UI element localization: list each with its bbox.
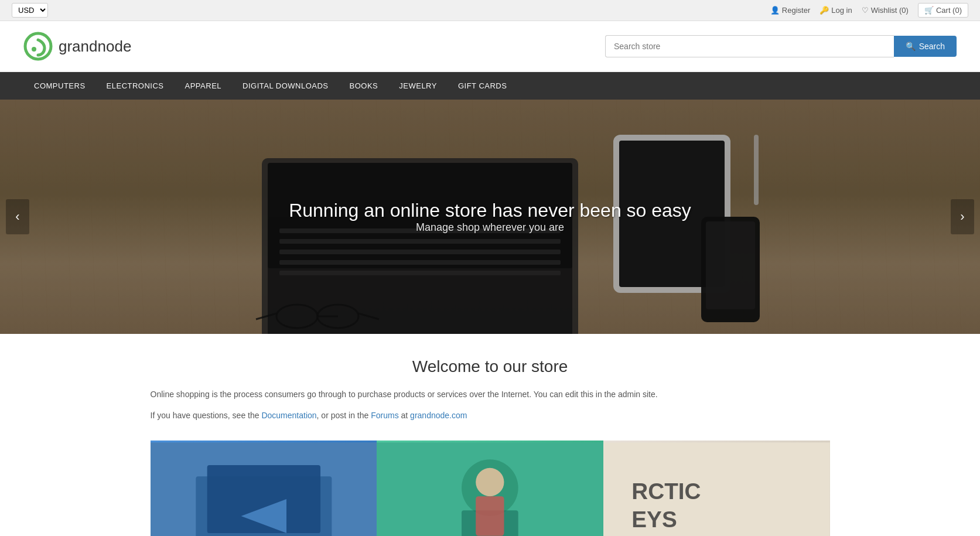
- hero-prev-button[interactable]: ‹: [6, 199, 29, 234]
- welcome-title: Welcome to our store: [151, 357, 830, 376]
- nav-link-books[interactable]: BOOKS: [339, 72, 389, 100]
- product-tiles: RCTIC EYS: [151, 441, 830, 536]
- nav-list: COMPUTERS ELECTRONICS APPAREL DIGITAL DO…: [23, 72, 957, 100]
- tile-3-image: RCTIC EYS: [603, 441, 830, 536]
- search-icon: 🔍: [906, 42, 916, 51]
- hero-text-area: Running an online store has never been s…: [0, 100, 980, 334]
- tile-2-image: [377, 441, 603, 536]
- product-tile-2[interactable]: [377, 441, 603, 536]
- logo-icon: [23, 32, 53, 61]
- nav-item-apparel: APPAREL: [175, 72, 233, 100]
- welcome-body-text: Online shopping is the process consumers…: [151, 388, 830, 402]
- top-bar: USD EUR GBP 👤 Register 🔑 Log in ♡ Wishli…: [0, 0, 980, 21]
- links-prefix: If you have questions, see the: [151, 411, 259, 420]
- documentation-link[interactable]: Documentation: [261, 411, 316, 420]
- top-bar-actions: 👤 Register 🔑 Log in ♡ Wishlist (0) 🛒 Car…: [770, 3, 968, 18]
- nav-link-electronics[interactable]: ELECTRONICS: [96, 72, 175, 100]
- nav-link-apparel[interactable]: APPAREL: [175, 72, 233, 100]
- nav-link-digital-downloads[interactable]: DIGITAL DOWNLOADS: [232, 72, 339, 100]
- forums-link[interactable]: Forums: [371, 411, 398, 420]
- cart-icon: 🛒: [924, 6, 934, 15]
- nav-item-computers: COMPUTERS: [23, 72, 96, 100]
- hero-slider: Running an online store has never been s…: [0, 100, 980, 334]
- grandnode-link[interactable]: grandnode.com: [410, 411, 467, 420]
- product-tile-1[interactable]: [151, 441, 377, 536]
- nav-link-jewelry[interactable]: JEWELRY: [388, 72, 448, 100]
- nav-item-jewelry: JEWELRY: [388, 72, 448, 100]
- currency-selector-area: USD EUR GBP: [12, 3, 48, 18]
- nav-item-books: BOOKS: [339, 72, 389, 100]
- search-button[interactable]: 🔍 Search: [894, 36, 957, 57]
- login-icon: 🔑: [819, 6, 829, 15]
- hero-next-button[interactable]: ›: [951, 199, 974, 234]
- logo-link[interactable]: grandnode: [23, 32, 131, 61]
- hero-headline: Running an online store has never been s…: [289, 200, 691, 221]
- user-icon: 👤: [770, 6, 780, 15]
- tile-1-image: [151, 441, 377, 536]
- svg-rect-28: [476, 496, 504, 536]
- svg-text:RCTIC: RCTIC: [631, 479, 701, 504]
- main-nav: COMPUTERS ELECTRONICS APPAREL DIGITAL DO…: [0, 72, 980, 100]
- nav-link-gift-cards[interactable]: GIFT CARDS: [448, 72, 518, 100]
- search-area: 🔍 Search: [605, 35, 957, 57]
- main-content: Welcome to our store Online shopping is …: [139, 334, 842, 536]
- svg-point-27: [476, 467, 504, 496]
- heart-icon: ♡: [862, 6, 869, 15]
- site-header: grandnode 🔍 Search: [0, 21, 980, 72]
- nav-item-electronics: ELECTRONICS: [96, 72, 175, 100]
- at-text: at: [401, 411, 411, 420]
- welcome-links-text: If you have questions, see the Documenta…: [151, 409, 830, 423]
- nav-item-digital-downloads: DIGITAL DOWNLOADS: [232, 72, 339, 100]
- wishlist-link[interactable]: ♡ Wishlist (0): [862, 6, 909, 15]
- nav-item-gift-cards: GIFT CARDS: [448, 72, 518, 100]
- search-input[interactable]: [605, 35, 894, 57]
- product-tile-3[interactable]: RCTIC EYS: [603, 441, 830, 536]
- or-post-text: , or post in the: [317, 411, 369, 420]
- login-link[interactable]: 🔑 Log in: [819, 6, 852, 15]
- svg-point-1: [32, 47, 36, 52]
- cart-button[interactable]: 🛒 Cart (0): [918, 3, 968, 18]
- nav-link-computers[interactable]: COMPUTERS: [23, 72, 96, 100]
- hero-subheadline: Manage shop wherever you are: [416, 221, 564, 234]
- svg-text:EYS: EYS: [631, 507, 677, 532]
- currency-select[interactable]: USD EUR GBP: [12, 3, 48, 18]
- register-link[interactable]: 👤 Register: [770, 6, 810, 15]
- logo-text: grandnode: [59, 37, 131, 56]
